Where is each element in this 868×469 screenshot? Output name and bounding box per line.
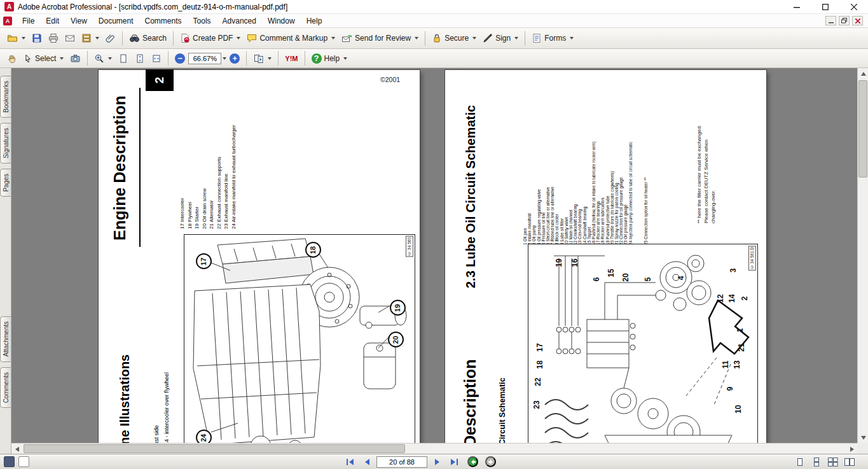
continuous-page-icon [812, 458, 821, 466]
zoom-in-button[interactable]: + [226, 50, 243, 66]
figure-callout: 1 [734, 325, 746, 335]
maximize-button[interactable] [811, 0, 839, 13]
nav-tab[interactable]: Attachments [0, 316, 11, 362]
menu-item[interactable]: Advanced [217, 14, 262, 27]
continuous-facing-button[interactable] [825, 456, 840, 468]
parts-list-item: 19 Starter [193, 120, 201, 229]
yim-button[interactable]: Y!M [282, 50, 301, 66]
figure-callout: 22 [532, 377, 544, 387]
engine-side-view-illustration [184, 235, 415, 443]
page-number-input[interactable] [376, 456, 427, 468]
horizontal-scrollbar[interactable] [11, 443, 857, 454]
toolbar-separator [168, 51, 169, 66]
next-page-button[interactable] [431, 456, 444, 468]
select-tool-button[interactable]: Select [20, 50, 67, 66]
scroll-down-button[interactable] [858, 432, 868, 443]
parts-list-item: 24 Air-intake manifold to exhaust turboc… [230, 120, 238, 229]
email-icon [65, 33, 75, 43]
menu-item[interactable]: Edit [40, 14, 65, 27]
page-title-lube-oil: 2.3 Lube Oil Circuit Schematic [461, 101, 481, 288]
snapshot-tool-button[interactable] [67, 50, 84, 66]
parts-list-item: 8 Block oil cooler [555, 124, 559, 245]
menu-item[interactable]: View [65, 14, 93, 27]
vertical-scrollbar[interactable] [857, 68, 868, 443]
nav-tab[interactable]: Comments [0, 367, 11, 408]
secure-button[interactable]: Secure [429, 31, 479, 46]
document-pane[interactable]: 2 Engine Description ©2001 17 Intercoole… [11, 68, 857, 443]
scroll-down-icon [861, 436, 866, 440]
email-button[interactable] [62, 31, 78, 46]
doc-close-button[interactable] [852, 16, 863, 25]
scroll-right-button[interactable] [846, 444, 857, 454]
menu-item[interactable]: Help [301, 14, 328, 27]
nav-tab[interactable]: Signatures [0, 123, 11, 164]
secure-label: Secure [444, 34, 469, 43]
forms-button[interactable]: Forms [528, 31, 577, 46]
fit-page-button[interactable] [132, 50, 148, 66]
menu-item[interactable]: Document [93, 14, 139, 27]
fit-width-button[interactable] [148, 50, 165, 66]
horizontal-scrollbar-thumb[interactable] [24, 444, 405, 453]
scroll-up-button[interactable] [858, 68, 868, 79]
comment-markup-button[interactable]: Comment & Markup [244, 31, 338, 46]
parts-list-item: 14 Camshaft bearing [582, 124, 587, 245]
dropdown-arrow-icon [331, 37, 335, 39]
figure-callout: 14 [726, 293, 738, 304]
facing-pages-button[interactable] [842, 456, 857, 468]
actual-size-button[interactable] [115, 50, 132, 66]
search-button[interactable]: Search [126, 31, 170, 46]
continuous-page-button[interactable] [809, 456, 823, 468]
attach-button[interactable] [102, 31, 119, 46]
pen-icon [483, 33, 493, 43]
scroll-left-button[interactable] [11, 444, 22, 454]
hand-tool-button[interactable] [4, 50, 20, 66]
engine-figure: © 34 560 1718192024 [184, 234, 415, 443]
menu-item[interactable]: File [17, 14, 40, 27]
help-button[interactable]: ? Help [308, 50, 351, 66]
pdf-app-icon: A [4, 2, 14, 11]
sign-button[interactable]: Sign [479, 31, 521, 46]
nav-tab[interactable]: Pages [0, 169, 11, 197]
dropdown-arrow-icon [60, 57, 64, 60]
organizer-button[interactable] [78, 31, 102, 46]
create-pdf-button[interactable]: Create PDF [177, 31, 244, 46]
last-page-button[interactable] [447, 456, 460, 468]
save-button[interactable] [29, 31, 45, 46]
first-page-button[interactable] [343, 456, 357, 468]
fit-width-icon [151, 53, 162, 64]
zoom-level-input[interactable] [188, 53, 221, 64]
pane-toggle-icon[interactable] [18, 456, 29, 467]
minimize-button[interactable] [782, 0, 811, 13]
dropdown-arrow-icon [343, 57, 347, 60]
vertical-scrollbar-thumb[interactable] [858, 80, 867, 178]
scroll-left-icon [15, 447, 19, 452]
toolbar-separator [246, 51, 247, 66]
forms-icon [532, 33, 542, 43]
doc-restore-button[interactable] [839, 16, 850, 25]
menu-item[interactable]: Window [262, 14, 301, 27]
menu-item[interactable]: Tools [188, 14, 217, 27]
nav-tab[interactable]: Bookmarks [0, 76, 11, 118]
title-bar: A Adobe Acrobat Professional - [scribd.v… [0, 0, 868, 14]
organizer-icon [81, 33, 92, 43]
zoom-tool-button[interactable] [91, 50, 115, 66]
previous-view-button[interactable] [467, 456, 478, 467]
parts-list-item: 20 Oil drain screw [201, 120, 209, 229]
close-button[interactable] [839, 0, 868, 13]
page-display-button[interactable] [250, 50, 275, 66]
previous-page-button[interactable] [360, 456, 373, 468]
next-view-button[interactable] [485, 456, 496, 467]
doc-minimize-button[interactable] [825, 16, 836, 25]
zoom-out-button[interactable]: − [172, 50, 188, 66]
subsection-title-circuit-schematic: Circuit Schematic [497, 374, 509, 443]
figure-callout: 13 [731, 360, 743, 370]
open-button[interactable] [4, 31, 29, 46]
menu-bar: A FileEditViewDocumentCommentsToolsAdvan… [0, 14, 868, 28]
send-for-review-button[interactable]: Send for Review [338, 31, 422, 46]
page-size-indicator-icon[interactable] [4, 456, 15, 467]
scrollbar-corner [857, 443, 868, 454]
single-page-button[interactable] [792, 456, 807, 468]
menu-item[interactable]: Comments [139, 14, 188, 27]
camera-icon [70, 53, 81, 64]
print-button[interactable] [45, 31, 62, 46]
